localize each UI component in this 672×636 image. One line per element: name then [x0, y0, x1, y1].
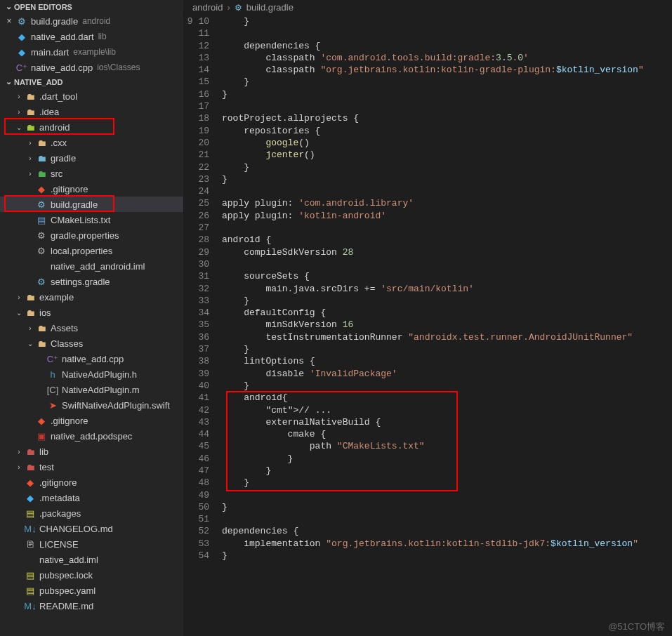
folder-item[interactable]: ›🖿Assets	[0, 320, 183, 336]
cpp-icon: C⁺	[46, 354, 59, 364]
file-item[interactable]: ▤CMakeLists.txt	[0, 212, 183, 227]
open-editor-item[interactable]: C⁺native_add.cppios\Classes	[0, 60, 183, 75]
folder-item[interactable]: ›🖿src	[0, 166, 183, 181]
chevron-right-icon: ›	[14, 448, 24, 456]
editor-pane: android › ⚙ build.gradle 9 10 11 12 13 1…	[184, 0, 672, 636]
file-item[interactable]: ◆.gitignore	[0, 181, 183, 197]
close-icon[interactable]	[3, 47, 15, 57]
item-label: NativeAddPlugin.m	[62, 385, 140, 395]
item-label: local.properties	[51, 246, 112, 256]
folder-icon: 🖿	[35, 338, 48, 349]
breadcrumb-segment[interactable]: android	[192, 2, 223, 13]
open-editor-item[interactable]: ◆main.dartexample\lib	[0, 44, 183, 60]
item-label: .cxx	[51, 138, 67, 148]
close-icon[interactable]	[3, 62, 15, 72]
item-label: .dart_tool	[39, 91, 77, 102]
chevron-right-icon: ›	[14, 108, 24, 116]
file-label: native_add.dart	[31, 32, 94, 42]
file-item[interactable]: ⚙settings.gradle	[0, 274, 183, 289]
file-item[interactable]: ▤.packages	[0, 505, 183, 521]
chevron-right-icon: ›	[14, 463, 24, 471]
file-item[interactable]: ◆.metadata	[0, 490, 183, 505]
gradle-folder-icon: 🖿	[35, 153, 48, 164]
chevron-right-icon: ›	[227, 2, 230, 13]
open-editors-header[interactable]: ⌄ OPEN EDITORS	[0, 0, 183, 13]
folder-item[interactable]: ⌄🖿android	[0, 119, 183, 135]
file-item[interactable]: ▤pubspec.lock	[0, 567, 183, 583]
watermark: @51CTO博客	[608, 621, 665, 633]
gradle-icon: ⚙	[15, 16, 28, 27]
file-item[interactable]: ⚙build.gradle	[0, 197, 183, 212]
folder-item[interactable]: ⌄🖿ios	[0, 305, 183, 320]
gradle-icon: ⚙	[235, 3, 242, 13]
yaml-icon: ▤	[24, 585, 37, 596]
lock-icon: ▤	[24, 570, 37, 581]
folder-item[interactable]: ›🖿.cxx	[0, 135, 183, 150]
item-label: CMakeLists.txt	[51, 215, 110, 225]
item-label: LICENSE	[39, 539, 79, 550]
folder-icon: 🖿	[24, 292, 37, 303]
file-hint: lib	[98, 32, 107, 41]
chevron-right-icon: ›	[25, 324, 35, 332]
file-item[interactable]: native_add.iml	[0, 552, 183, 567]
folder-icon: 🖿	[24, 307, 37, 318]
folder-item[interactable]: ›🖿example	[0, 289, 183, 305]
file-item[interactable]: M↓CHANGELOG.md	[0, 521, 183, 536]
file-item[interactable]: C⁺native_add.cpp	[0, 351, 183, 366]
file-item[interactable]: ▣native_add.podspec	[0, 428, 183, 444]
chevron-right-icon: ›	[25, 139, 35, 147]
item-label: native_add_android.iml	[51, 261, 145, 272]
file-label: main.dart	[31, 47, 69, 58]
breadcrumb[interactable]: android › ⚙ build.gradle	[184, 0, 672, 15]
item-label: NativeAddPlugin.h	[62, 369, 137, 380]
file-item[interactable]: [C]NativeAddPlugin.m	[0, 382, 183, 397]
folder-item[interactable]: ›🖿gradle	[0, 150, 183, 166]
chevron-down-icon: ⌄	[14, 309, 24, 317]
item-label: settings.gradle	[51, 277, 110, 287]
folder-item[interactable]: ›🖿test	[0, 459, 183, 475]
file-label: native_add.cpp	[31, 62, 93, 73]
file-hint: ios\Classes	[97, 62, 140, 72]
file-hint: android	[82, 16, 110, 26]
breadcrumb-segment[interactable]: build.gradle	[246, 2, 294, 13]
file-item[interactable]: ⚙gradle.properties	[0, 227, 183, 243]
item-label: android	[39, 122, 70, 133]
file-item[interactable]: 🖹LICENSE	[0, 536, 183, 552]
folder-item[interactable]: ›🖿lib	[0, 444, 183, 459]
git-icon: ◆	[35, 416, 48, 426]
open-editor-item[interactable]: ×⚙build.gradleandroid	[0, 13, 183, 29]
file-item[interactable]: ◆.gitignore	[0, 475, 183, 490]
folder-item[interactable]: ›🖿.idea	[0, 104, 183, 119]
item-label: gradle	[51, 153, 76, 164]
lib-folder-icon: 🖿	[24, 446, 37, 457]
src-folder-icon: 🖿	[35, 168, 48, 179]
m-icon: [C]	[46, 385, 59, 395]
code-area[interactable]: 9 10 11 12 13 14 15 16 17 18 19 20 21 22…	[184, 15, 672, 636]
item-label: Classes	[51, 338, 83, 349]
close-icon[interactable]: ×	[3, 16, 15, 26]
item-label: SwiftNativeAddPlugin.swift	[62, 400, 170, 411]
folder-item[interactable]: ⌄🖿Classes	[0, 336, 183, 351]
file-item[interactable]: native_add_android.iml	[0, 258, 183, 274]
open-editor-item[interactable]: ◆native_add.dartlib	[0, 29, 183, 44]
txt-icon: 🖹	[24, 539, 37, 550]
close-icon[interactable]	[3, 32, 15, 41]
git-icon: ◆	[35, 184, 48, 194]
code-content[interactable]: } dependencies { classpath 'com.android.…	[222, 15, 672, 636]
chevron-right-icon: ›	[25, 154, 35, 162]
item-label: Assets	[51, 323, 78, 333]
item-label: native_add.iml	[39, 555, 98, 565]
item-label: pubspec.lock	[39, 570, 93, 581]
file-item[interactable]: ➤SwiftNativeAddPlugin.swift	[0, 397, 183, 413]
chevron-right-icon: ›	[14, 293, 24, 301]
file-item[interactable]: M↓README.md	[0, 598, 183, 614]
folder-icon: 🖿	[35, 323, 48, 333]
project-header[interactable]: ⌄ NATIVE_ADD	[0, 75, 183, 88]
folder-item[interactable]: ›🖿.dart_tool	[0, 88, 183, 104]
pod-icon: ▣	[35, 431, 48, 442]
file-item[interactable]: ▤pubspec.yaml	[0, 583, 183, 598]
file-item[interactable]: ◆.gitignore	[0, 413, 183, 428]
file-item[interactable]: ⚙local.properties	[0, 243, 183, 258]
dart-icon: ◆	[15, 47, 28, 58]
file-item[interactable]: hNativeAddPlugin.h	[0, 366, 183, 382]
